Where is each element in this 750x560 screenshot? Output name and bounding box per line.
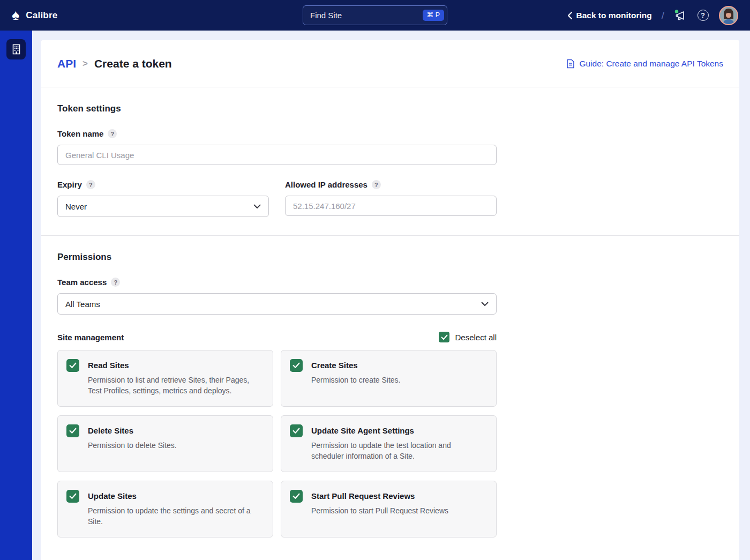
page-title: Create a token — [94, 57, 172, 70]
user-avatar[interactable] — [719, 6, 738, 25]
permission-description: Permission to delete Sites. — [88, 440, 177, 451]
breadcrumb-api-link[interactable]: API — [57, 57, 76, 70]
permissions-section: Permissions Team access ? All Teams Site… — [41, 235, 739, 556]
announcements-button[interactable] — [674, 9, 687, 22]
expiry-label: Expiry — [57, 180, 82, 189]
top-navbar: ♠ Calibre ⌘ P Back to monitoring / ? — [0, 0, 750, 31]
team-access-label: Team access — [57, 278, 107, 287]
token-settings-section: Token settings Token name ? Expiry ? Nev… — [41, 87, 739, 235]
team-access-selected-value: All Teams — [65, 300, 100, 309]
chevron-left-icon — [567, 11, 573, 20]
token-name-help-icon[interactable]: ? — [108, 129, 117, 138]
permission-title: Start Pull Request Reviews — [311, 490, 448, 502]
page-card: API > Create a token Guide: Create and m… — [41, 40, 739, 560]
permission-checkbox[interactable] — [66, 424, 79, 437]
permission-card: Create SitesPermission to create Sites. — [281, 350, 497, 407]
permission-card: Delete SitesPermission to delete Sites. — [57, 415, 273, 472]
deselect-all-checkbox[interactable] — [439, 332, 449, 342]
guide-link[interactable]: Guide: Create and manage API Tokens — [566, 59, 723, 69]
help-icon: ? — [698, 10, 709, 21]
permission-text: Update SitesPermission to update the set… — [88, 490, 259, 528]
expiry-select[interactable]: Never — [57, 196, 269, 217]
permission-checkbox[interactable] — [66, 359, 79, 372]
token-name-label-row: Token name ? — [57, 129, 723, 138]
main-content: API > Create a token Guide: Create and m… — [32, 31, 750, 560]
back-link-label: Back to monitoring — [576, 11, 651, 20]
team-access-select[interactable]: All Teams — [57, 293, 497, 315]
permission-checkbox[interactable] — [66, 490, 79, 503]
permission-description: Permission to list and retrieve Sites, t… — [88, 375, 259, 397]
permission-text: Create SitesPermission to create Sites. — [311, 359, 401, 398]
left-sidebar — [0, 31, 32, 560]
chevron-down-icon — [253, 204, 261, 209]
back-to-monitoring-link[interactable]: Back to monitoring — [567, 11, 651, 20]
brand-name: Calibre — [26, 10, 57, 21]
document-icon — [566, 59, 575, 69]
deselect-all-label: Deselect all — [455, 333, 497, 342]
permission-title: Create Sites — [311, 360, 401, 371]
allowed-ips-field[interactable] — [285, 196, 497, 216]
site-management-label: Site management — [57, 333, 124, 342]
building-icon — [11, 44, 21, 55]
permissions-grid: Read SitesPermission to list and retriev… — [57, 350, 497, 537]
chevron-down-icon — [481, 302, 489, 307]
permission-title: Read Sites — [88, 360, 259, 371]
sidebar-item-organization[interactable] — [6, 39, 26, 59]
allowed-ips-help-icon[interactable]: ? — [372, 180, 381, 189]
team-access-label-row: Team access ? — [57, 278, 723, 287]
avatar-image — [720, 7, 737, 24]
token-name-field[interactable] — [57, 145, 497, 165]
site-management-header: Site management Deselect all — [57, 332, 497, 342]
permission-description: Permission to update the test location a… — [311, 440, 483, 462]
calibre-logo-icon: ♠ — [12, 8, 19, 23]
keyboard-shortcut-badge: ⌘ P — [423, 10, 444, 21]
guide-link-label: Guide: Create and manage API Tokens — [579, 59, 723, 69]
permission-text: Read SitesPermission to list and retriev… — [88, 359, 259, 398]
section-heading: Permissions — [57, 252, 723, 263]
permission-title: Update Site Agent Settings — [311, 425, 483, 437]
help-button[interactable]: ? — [696, 9, 709, 22]
expiry-field-group: Expiry ? Never — [57, 180, 269, 217]
deselect-all-control[interactable]: Deselect all — [439, 332, 497, 342]
permission-text: Update Site Agent SettingsPermission to … — [311, 424, 483, 463]
permission-card: Read SitesPermission to list and retriev… — [57, 350, 273, 407]
notification-dot — [675, 10, 678, 13]
allowed-ips-field-group: Allowed IP addresses ? — [285, 180, 497, 217]
permission-checkbox[interactable] — [290, 490, 303, 503]
team-access-help-icon[interactable]: ? — [111, 278, 120, 287]
permission-description: Permission to create Sites. — [311, 375, 401, 385]
permission-title: Update Sites — [88, 490, 259, 502]
breadcrumb-separator-icon: > — [82, 58, 88, 69]
search-input[interactable] — [310, 11, 423, 20]
allowed-ips-label: Allowed IP addresses — [285, 180, 368, 189]
breadcrumb: API > Create a token — [57, 57, 172, 70]
expiry-help-icon[interactable]: ? — [86, 180, 95, 189]
permission-card: Update Site Agent SettingsPermission to … — [281, 415, 497, 472]
navbar-actions: Back to monitoring / ? — [567, 6, 738, 25]
permission-card: Update SitesPermission to update the set… — [57, 481, 273, 537]
find-site-search[interactable]: ⌘ P — [303, 5, 447, 25]
permission-card: Start Pull Request ReviewsPermission to … — [281, 481, 497, 537]
permission-text: Delete SitesPermission to delete Sites. — [88, 424, 177, 463]
navbar-separator: / — [662, 10, 664, 21]
permission-text: Start Pull Request ReviewsPermission to … — [311, 490, 448, 528]
permission-checkbox[interactable] — [290, 359, 303, 372]
permission-checkbox[interactable] — [290, 424, 303, 437]
expiry-ip-row: Expiry ? Never Allowed IP addresses — [57, 180, 723, 217]
permission-title: Delete Sites — [88, 425, 177, 437]
page-header: API > Create a token Guide: Create and m… — [41, 40, 739, 87]
token-name-label: Token name — [57, 129, 103, 138]
expiry-selected-value: Never — [65, 202, 87, 211]
permission-description: Permission to start Pull Request Reviews — [311, 505, 448, 516]
brand-area[interactable]: ♠ Calibre — [12, 8, 57, 23]
megaphone-icon — [674, 9, 687, 22]
section-heading: Token settings — [57, 103, 723, 114]
permission-description: Permission to update the settings and se… — [88, 505, 259, 527]
